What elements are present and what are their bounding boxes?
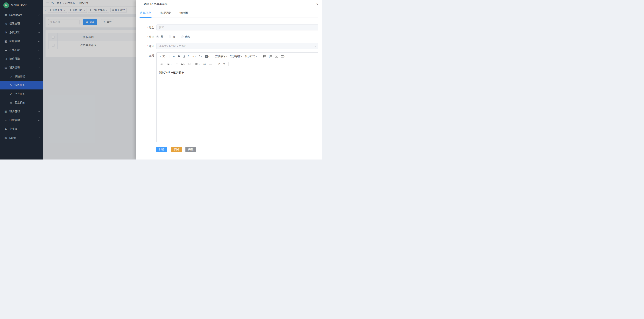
radio-label: 男 [160,35,163,39]
required-mark: * [148,45,148,48]
address-form-row: *地址 湖南省 / 长沙市 / 岳麓区 [136,43,322,49]
divider-line-button[interactable]: — [208,62,213,67]
approve-button[interactable]: 同意 [156,147,167,152]
toolbar-divider [170,55,170,58]
redo-button[interactable]: ↷ [222,62,227,67]
undo-button[interactable]: ↶ [216,62,222,67]
todo-list-button[interactable] [274,54,280,59]
drawer-header: 处理【在线表单流程】 × [136,0,322,8]
process-handle-drawer: 处理【在线表单流程】 × 表单信息 流转记录 流程图 *姓名 *性别 男 [136,0,322,160]
todo-list-icon [275,55,278,58]
intro-form-row: 介绍 正文▾ “ B U I ⋯▾ [136,53,322,142]
video-button[interactable]: ▾ [186,62,194,67]
gender-form-row: *性别 男 女 未知 [136,34,322,40]
intro-label: 介绍 [136,53,156,59]
link-icon [174,63,178,66]
radio-label: 未知 [185,35,190,39]
italic-button[interactable]: I [186,54,190,59]
blockquote-button[interactable]: “ [171,54,177,59]
more-styles-button[interactable]: ⋯▾ [190,54,197,59]
radio-icon [181,36,184,38]
chevron-down-icon [314,45,316,47]
drawer-actions: 同意 驳回 委托 [156,147,322,152]
radio-female[interactable]: 女 [169,35,175,39]
gender-label: *性别 [136,34,156,40]
required-mark: * [148,26,148,29]
bullet-list-icon [263,55,266,58]
font-color-button[interactable]: A▾ [197,54,203,59]
rich-text-editor: 正文▾ “ B U I ⋯▾ A▾ A▾ [156,53,318,142]
editor-content[interactable]: 测试Online在线表单 [156,68,318,142]
radio-icon [169,36,171,38]
address-value: 湖南省 / 长沙市 / 岳麓区 [159,45,186,48]
radio-male[interactable]: 男 [156,35,163,39]
editor-toolbar-row-2: ▾ ▾ ▾ ▾ [156,60,318,68]
name-label: *姓名 [136,25,156,31]
toolbar-divider [228,62,228,66]
radio-unknown[interactable]: 未知 [181,35,190,39]
paragraph-style-select[interactable]: 正文▾ [158,54,168,59]
radio-label: 女 [173,35,175,39]
ordered-list-button[interactable]: 123 [268,54,274,59]
table-button[interactable]: ▾ [194,62,201,67]
drawer-tabs: 表单信息 流转记录 流程图 [140,8,318,18]
fullscreen-icon [232,63,234,66]
drawer-body: *姓名 *性别 男 女 未知 [136,18,322,160]
table-icon [195,63,198,66]
reject-button[interactable]: 驳回 [171,147,182,152]
close-icon[interactable]: × [316,3,318,6]
image-icon [180,63,184,66]
emoji-button[interactable]: ▾ [166,62,173,67]
editor-toolbar-row-1: 正文▾ “ B U I ⋯▾ A▾ A▾ [156,53,318,60]
emoji-icon [167,63,170,66]
toolbar-divider [212,55,212,58]
font-size-select[interactable]: 默认字号▾ [214,54,229,59]
ordered-list-icon: 123 [269,55,272,58]
justify-button[interactable]: ▾ [280,54,287,59]
line-height-select[interactable]: 默认行高▾ [244,54,258,59]
font-family-select[interactable]: 默认字体▾ [229,54,244,59]
toolbar-divider [215,62,215,66]
gender-radio-group: 男 女 未知 [156,34,190,40]
video-icon [188,63,191,66]
indent-button[interactable]: ▾ [158,62,166,67]
bold-button[interactable]: B [176,54,181,59]
tab-form-info[interactable]: 表单信息 [140,8,152,18]
name-form-row: *姓名 [136,25,322,31]
drawer-title: 处理【在线表单流程】 [144,3,170,6]
link-button[interactable] [173,62,179,67]
address-select[interactable]: 湖南省 / 长沙市 / 岳麓区 [156,43,318,49]
fullscreen-button[interactable] [230,62,236,67]
delegate-button[interactable]: 委托 [186,147,196,152]
address-label: *地址 [136,43,156,49]
radio-checked-icon [156,36,159,38]
svg-text:3: 3 [269,57,270,58]
tab-flow-record[interactable]: 流转记录 [159,8,171,18]
image-button[interactable]: ▾ [179,62,186,67]
underline-button[interactable]: U [181,54,186,59]
name-input[interactable] [156,25,318,31]
tab-flow-chart[interactable]: 流程图 [179,8,188,18]
bg-color-button[interactable]: A▾ [203,54,211,59]
code-block-button[interactable]: </> [201,62,208,67]
required-mark: * [148,35,148,38]
justify-icon [281,55,284,58]
indent-icon [160,63,163,66]
bullet-list-button[interactable] [262,54,268,59]
